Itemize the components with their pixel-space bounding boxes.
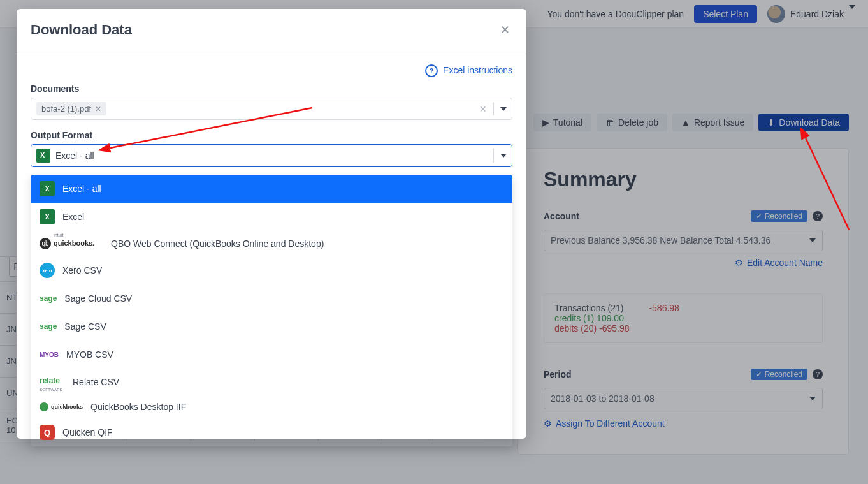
quickbooks-icon: qbıntuıtquickbooks. xyxy=(40,237,103,250)
option-excel[interactable]: Excel xyxy=(31,203,512,231)
option-relate[interactable]: relateSOFTWARE Relate CSV xyxy=(31,369,512,395)
myob-icon: MYOB xyxy=(40,347,59,362)
excel-instructions-link[interactable]: Excel instructions xyxy=(31,64,512,77)
excel-icon xyxy=(40,209,55,224)
option-xero[interactable]: Xero CSV xyxy=(31,256,512,284)
download-data-modal: Download Data ✕ Excel instructions Docum… xyxy=(17,9,526,439)
quicken-icon xyxy=(40,425,55,440)
option-sage-cloud[interactable]: sage Sage Cloud CSV xyxy=(31,284,512,312)
option-excel-all[interactable]: Excel - all xyxy=(31,175,512,203)
relate-icon: relateSOFTWARE xyxy=(40,375,65,389)
option-quicken[interactable]: Quicken QIF xyxy=(31,418,512,446)
modal-title: Download Data xyxy=(31,22,132,38)
option-qbo[interactable]: qbıntuıtquickbooks. QBO Web Connect (Qui… xyxy=(31,231,512,256)
excel-icon xyxy=(36,149,50,163)
sage-icon: sage xyxy=(40,291,57,306)
sage-icon: sage xyxy=(40,319,57,334)
documents-label: Documents xyxy=(31,84,512,94)
option-sage[interactable]: sage Sage CSV xyxy=(31,312,512,341)
clear-all-icon[interactable]: ✕ xyxy=(479,104,487,114)
excel-icon xyxy=(40,181,55,196)
remove-chip-icon[interactable]: ✕ xyxy=(95,105,101,114)
documents-multiselect[interactable]: bofa-2 (1).pdf ✕ ✕ xyxy=(31,98,512,120)
output-format-input[interactable] xyxy=(55,150,488,161)
output-format-label: Output Format xyxy=(31,130,512,140)
chevron-down-icon[interactable] xyxy=(500,107,507,111)
option-qbd-iif[interactable]: quickbooks QuickBooks Desktop IIF xyxy=(31,395,512,418)
output-format-combobox[interactable] xyxy=(31,144,512,167)
option-myob[interactable]: MYOB MYOB CSV xyxy=(31,341,512,369)
output-format-dropdown: Excel - all Excel qbıntuıtquickbooks. QB… xyxy=(31,175,512,446)
document-chip: bofa-2 (1).pdf ✕ xyxy=(36,102,106,115)
xero-icon xyxy=(40,263,55,278)
quickbooks-icon: quickbooks xyxy=(40,402,83,411)
chevron-down-icon[interactable] xyxy=(500,154,507,158)
close-icon[interactable]: ✕ xyxy=(498,20,512,40)
